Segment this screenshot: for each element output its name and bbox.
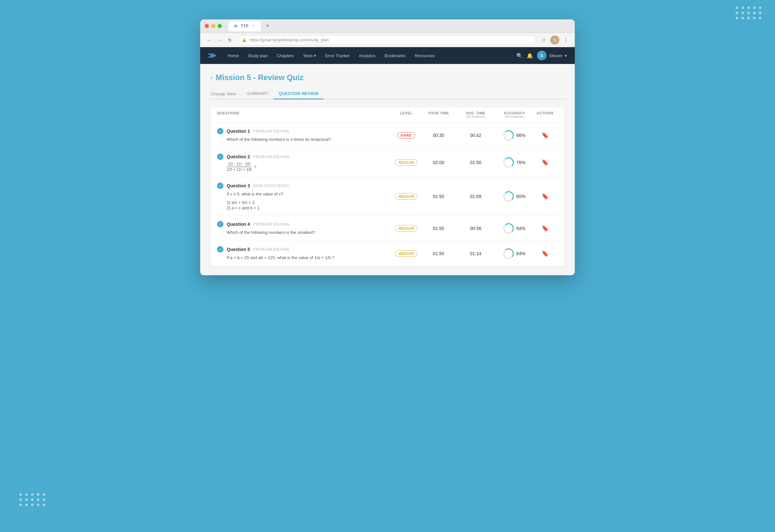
lock-icon: 🔒 (242, 38, 247, 42)
accuracy-percent: 76% (516, 160, 525, 165)
question-correct-icon: ✓ (217, 182, 223, 189)
avg-time-cell: 01:14 (455, 251, 497, 256)
nav-tests-dropdown-icon: ▾ (314, 53, 316, 58)
question-text: Which of the following numbers is 4 time… (217, 136, 390, 143)
nav-analytics[interactable]: Analytics (355, 51, 379, 61)
accuracy-cell: 84% (497, 223, 532, 233)
accuracy-ring-icon (504, 157, 514, 168)
maximize-window-button[interactable] (218, 24, 222, 28)
refresh-button[interactable]: ↻ (225, 36, 234, 45)
user-name: Steven (549, 53, 562, 58)
url-bar[interactable]: 🔒 https://gmat.targettestprep.com/study_… (238, 35, 536, 45)
col-actions: ACTIONS (532, 111, 558, 118)
question-type: PROBLEM SOLVING (253, 222, 289, 226)
bookmark-button[interactable]: 🔖 (532, 225, 558, 232)
bookmark-button[interactable]: 🔖 (532, 159, 558, 166)
nav-errortracker[interactable]: Error Tracker (321, 51, 353, 61)
nav-bookmarks-label: Bookmarks (384, 53, 406, 58)
url-base: https://gmat.targettestprep.com (249, 37, 307, 42)
accuracy-cell: 80% (497, 191, 532, 201)
nav-resources-label: Resources (415, 53, 435, 58)
decorative-dots-topright (736, 6, 762, 19)
tab-question-review-label: QUESTION REVIEW (279, 91, 318, 96)
forward-nav-button[interactable]: → (215, 36, 224, 45)
nav-analytics-label: Analytics (359, 53, 375, 58)
nav-resources[interactable]: Resources (411, 51, 439, 61)
close-window-button[interactable] (205, 24, 209, 28)
your-time-cell: 01:50 (423, 251, 455, 256)
level-badge: MEDIUM (395, 193, 418, 199)
nav-home-label: Home (228, 53, 239, 58)
question-content: ✓ Question 4 PROBLEM SOLVING Which of th… (217, 221, 390, 236)
nav-tests[interactable]: Tests ▾ (299, 51, 320, 61)
nav-bookmarks[interactable]: Bookmarks (381, 51, 410, 61)
accuracy-cell: 66% (497, 130, 532, 140)
bookmark-star-icon[interactable]: ☆ (539, 36, 548, 45)
back-nav-button[interactable]: ← (205, 36, 214, 45)
table-row: ✓ Question 5 PROBLEM SOLVING If a + b = … (210, 241, 565, 266)
table-header: QUESTIONS LEVEL YOUR TIME AVG. TIME (All… (210, 107, 565, 123)
table-row: ✓ Question 4 PROBLEM SOLVING Which of th… (210, 216, 565, 241)
accuracy-percent: 66% (516, 133, 525, 138)
view-tabs: Change View: SUMMARY QUESTION REVIEW (210, 88, 565, 99)
question-text: Which of the following numbers is the sm… (217, 229, 390, 236)
nav-studyplan-label: Study plan (248, 53, 268, 58)
level-cell: MEDIUM (390, 225, 423, 231)
traffic-lights (205, 24, 222, 28)
question-content: ✓ Question 5 PROBLEM SOLVING If a + b = … (217, 246, 390, 261)
level-badge: MEDIUM (395, 159, 418, 166)
accuracy-cell: 84% (497, 248, 532, 259)
question-correct-icon: ✓ (217, 246, 223, 252)
question-text: If c ≠ 0, what is the value of c? (217, 191, 390, 197)
col-accuracy: ACCURACY (All Students) (497, 111, 532, 118)
navbar: ≫ Home Study plan Chapters Tests ▾ Error… (200, 47, 575, 64)
navbar-logo[interactable]: ≫ (208, 51, 216, 60)
nav-right: 🔍 🔔 S Steven ▾ (516, 51, 567, 60)
user-dropdown-icon: ▾ (565, 53, 567, 58)
question-correct-icon: ✓ (217, 221, 223, 227)
avg-time-cell: 01:50 (455, 160, 497, 165)
avg-time-cell: 00:56 (455, 226, 497, 231)
table-row: ✓ Question 3 DATA SUFFICIENCY If c ≠ 0, … (210, 177, 565, 216)
new-tab-button[interactable]: + (263, 22, 272, 30)
col-questions: QUESTIONS (217, 111, 390, 118)
tab-summary[interactable]: SUMMARY (242, 88, 273, 99)
accuracy-percent: 84% (516, 226, 525, 231)
nav-links: Home Study plan Chapters Tests ▾ Error T… (224, 51, 516, 61)
tab-close-button[interactable]: × (251, 24, 256, 28)
minimize-window-button[interactable] (211, 24, 215, 28)
user-menu-button[interactable]: S Steven ▾ (537, 51, 567, 60)
active-tab[interactable]: ≫ TTP × (228, 21, 261, 31)
nav-home[interactable]: Home (224, 51, 243, 61)
question-number: Question 4 (227, 221, 250, 227)
notification-bell-icon[interactable]: 🔔 (527, 53, 533, 59)
question-type: PROBLEM SOLVING (253, 247, 289, 251)
nav-chapters[interactable]: Chapters (273, 51, 298, 61)
question-content: ✓ Question 3 DATA SUFFICIENCY If c ≠ 0, … (217, 182, 390, 210)
profile-avatar-icon[interactable]: S (550, 36, 559, 45)
back-button[interactable]: ‹ (210, 74, 212, 81)
accuracy-ring-icon (504, 223, 514, 233)
bookmark-button[interactable]: 🔖 (532, 250, 558, 257)
fraction-numerator: 12! · 11! · 10! (228, 162, 250, 166)
question-type: DATA SUFFICIENCY (253, 184, 289, 188)
user-avatar: S (537, 51, 547, 60)
tab-question-review[interactable]: QUESTION REVIEW (273, 88, 323, 99)
bookmark-button[interactable]: 🔖 (532, 193, 558, 200)
col-level: LEVEL (390, 111, 423, 118)
nav-studyplan[interactable]: Study plan (244, 51, 271, 61)
url-path: /study_plan (307, 37, 329, 42)
tab-label: TTP (240, 24, 249, 28)
nav-buttons: ← → ↻ (205, 36, 234, 45)
question-number: Question 5 (227, 247, 250, 252)
your-time-cell: 01:50 (423, 194, 455, 199)
tab-summary-label: SUMMARY (247, 91, 268, 96)
search-nav-button[interactable]: 🔍 (516, 53, 523, 59)
your-time-cell: 01:50 (423, 226, 455, 231)
level-badge: HARD (397, 132, 415, 138)
browser-menu-icon[interactable]: ⋮ (561, 36, 570, 45)
browser-window: ≫ TTP × + ← → ↻ 🔒 https://gmat.targettes… (200, 19, 575, 275)
question-correct-icon: ✓ (217, 153, 223, 160)
bookmark-button[interactable]: 🔖 (532, 132, 558, 139)
level-cell: HARD (390, 132, 423, 138)
